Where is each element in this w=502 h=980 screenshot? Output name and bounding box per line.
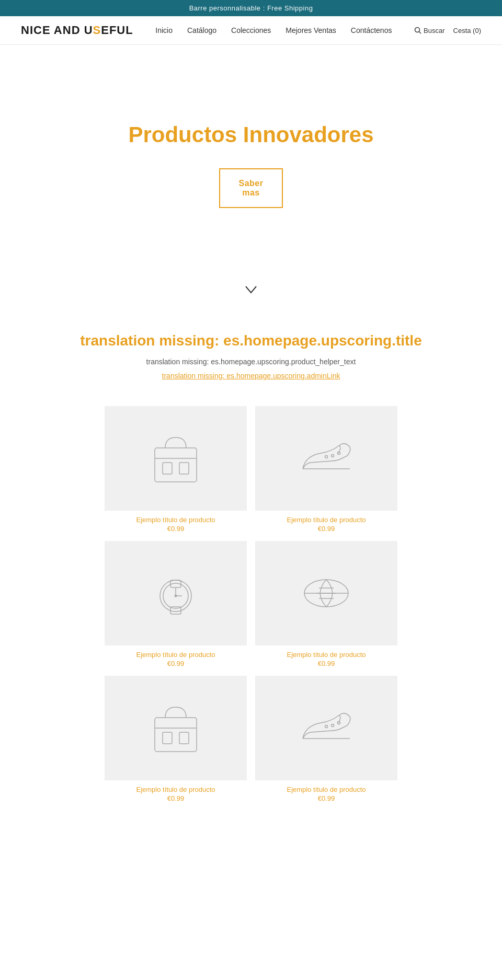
product-card[interactable]: Ejemplo título de producto €0.99 xyxy=(255,541,397,667)
product-card[interactable]: Ejemplo título de producto €0.99 xyxy=(255,406,397,533)
upscoring-section: translation missing: es.homepage.upscori… xyxy=(0,312,502,406)
nav-contactenos[interactable]: Contáctenos xyxy=(351,26,392,34)
main-nav: Inicio Catálogo Colecciones Mejores Vent… xyxy=(155,26,392,34)
product-price: €0.99 xyxy=(318,525,335,533)
product-title: Ejemplo título de producto xyxy=(136,786,215,793)
cart-label[interactable]: Cesta (0) xyxy=(453,27,481,34)
product-image xyxy=(255,541,397,645)
product-title: Ejemplo título de producto xyxy=(287,651,366,659)
chevron-section xyxy=(0,264,502,312)
header: NICE AND USEFUL Inicio Catálogo Coleccio… xyxy=(0,16,502,45)
svg-point-8 xyxy=(332,455,334,457)
product-title: Ejemplo título de producto xyxy=(287,516,366,524)
hero-cta-button[interactable]: Sabermas xyxy=(219,168,283,208)
svg-rect-24 xyxy=(163,732,172,744)
svg-point-27 xyxy=(325,725,328,728)
product-title: Ejemplo título de producto xyxy=(136,516,215,524)
nav-colecciones[interactable]: Colecciones xyxy=(231,26,271,34)
search-icon xyxy=(414,27,421,34)
search-button[interactable]: Buscar xyxy=(414,27,444,34)
svg-point-16 xyxy=(175,595,177,597)
product-card[interactable]: Ejemplo título de producto €0.99 xyxy=(105,406,247,533)
svg-line-1 xyxy=(419,32,421,34)
product-price: €0.99 xyxy=(318,794,335,802)
svg-rect-5 xyxy=(179,463,189,474)
header-right: Buscar Cesta (0) xyxy=(414,27,481,34)
svg-point-7 xyxy=(325,456,328,458)
upscoring-admin-link[interactable]: translation missing: es.homepage.upscori… xyxy=(162,372,340,380)
product-title: Ejemplo título de producto xyxy=(287,786,366,793)
chevron-down-icon xyxy=(242,280,260,299)
upscoring-title: translation missing: es.homepage.upscori… xyxy=(21,332,481,349)
product-price: €0.99 xyxy=(167,525,185,533)
search-label: Buscar xyxy=(424,27,444,34)
product-image xyxy=(255,406,397,511)
svg-point-0 xyxy=(415,28,420,32)
hero-section: Productos Innovadores Sabermas xyxy=(0,45,502,264)
product-card[interactable]: Ejemplo título de producto €0.99 xyxy=(105,676,247,802)
svg-point-28 xyxy=(332,724,334,727)
product-image xyxy=(105,541,247,645)
products-grid: Ejemplo título de producto €0.99 Ejemplo… xyxy=(63,406,439,823)
product-price: €0.99 xyxy=(318,660,335,667)
product-image xyxy=(255,676,397,780)
nav-mejores-ventas[interactable]: Mejores Ventas xyxy=(286,26,336,34)
announcement-text: Barre personnalisable : Free Shipping xyxy=(189,4,313,12)
svg-point-9 xyxy=(338,452,340,455)
product-image xyxy=(105,676,247,780)
svg-rect-22 xyxy=(155,718,197,752)
svg-rect-25 xyxy=(179,732,189,744)
product-price: €0.99 xyxy=(167,660,185,667)
nav-inicio[interactable]: Inicio xyxy=(155,26,173,34)
product-card[interactable]: Ejemplo título de producto €0.99 xyxy=(255,676,397,802)
nav-catalogo[interactable]: Catálogo xyxy=(187,26,216,34)
svg-rect-2 xyxy=(155,448,197,482)
product-title: Ejemplo título de producto xyxy=(136,651,215,659)
svg-rect-4 xyxy=(163,463,172,474)
upscoring-helper-text: translation missing: es.homepage.upscori… xyxy=(21,358,481,366)
logo[interactable]: NICE AND USEFUL xyxy=(21,24,133,37)
product-card[interactable]: Ejemplo título de producto €0.99 xyxy=(105,541,247,667)
announcement-bar: Barre personnalisable : Free Shipping xyxy=(0,0,502,16)
svg-point-29 xyxy=(338,722,340,724)
product-price: €0.99 xyxy=(167,794,185,802)
product-image xyxy=(105,406,247,511)
hero-title: Productos Innovadores xyxy=(128,122,373,147)
